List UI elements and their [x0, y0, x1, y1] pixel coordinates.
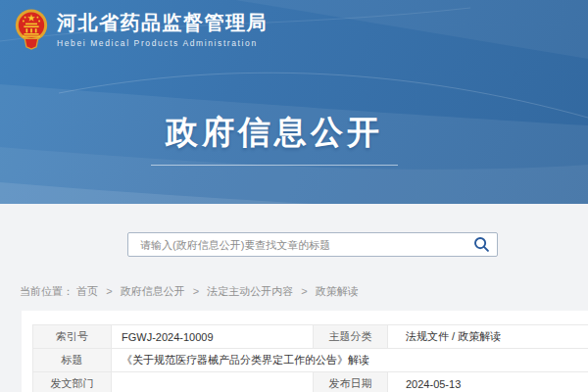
- breadcrumb-item-gov-info[interactable]: 政府信息公开: [121, 285, 185, 297]
- breadcrumb-separator: >: [193, 285, 199, 297]
- subject-category-value: 法规文件 / 政策解读: [388, 325, 588, 349]
- agency-name-en: Hebei Medical Products Administration: [57, 38, 268, 48]
- agency-name: 河北省药品监督管理局: [57, 11, 268, 34]
- breadcrumb: 当前位置： 首页 > 政府信息公开 > 法定主动公开内容 > 政策解读: [20, 284, 359, 299]
- breadcrumb-separator: >: [106, 285, 112, 297]
- breadcrumb-item-statutory-disclosure[interactable]: 法定主动公开内容: [207, 285, 293, 297]
- page: 河北省药品监督管理局 Hebei Medical Products Admini…: [0, 0, 588, 392]
- search-button[interactable]: [466, 233, 496, 256]
- breadcrumb-item-policy-interpretation[interactable]: 政策解读: [316, 285, 359, 297]
- issuing-department-label: 发文部门: [33, 372, 112, 392]
- breadcrumb-label: 当前位置：: [20, 285, 74, 297]
- document-card: 索引号 FGWJ-2024-10009 主题分类 法规文件 / 政策解读 标题 …: [22, 311, 588, 392]
- issuing-department-value: [112, 372, 314, 392]
- agency-name-block: 河北省药品监督管理局 Hebei Medical Products Admini…: [57, 11, 268, 48]
- search-icon: [473, 236, 490, 253]
- document-title-link[interactable]: 《关于规范医疗器械产品分类界定工作的公告》解读: [112, 349, 588, 372]
- publish-date-value: 2024-05-13: [388, 372, 588, 392]
- hero-banner: 河北省药品监督管理局 Hebei Medical Products Admini…: [0, 0, 588, 204]
- search-bar: [127, 232, 498, 257]
- table-row: 索引号 FGWJ-2024-10009 主题分类 法规文件 / 政策解读: [33, 325, 588, 349]
- search-input[interactable]: [127, 232, 498, 257]
- breadcrumb-item-home[interactable]: 首页: [76, 285, 98, 297]
- table-row: 标题 《关于规范医疗器械产品分类界定工作的公告》解读: [33, 349, 588, 372]
- site-logo[interactable]: 河北省药品监督管理局 Hebei Medical Products Admini…: [15, 8, 268, 51]
- content-area: 当前位置： 首页 > 政府信息公开 > 法定主动公开内容 > 政策解读 索引号 …: [0, 204, 588, 392]
- subject-category-label: 主题分类: [314, 325, 388, 349]
- breadcrumb-separator: >: [301, 285, 307, 297]
- index-number-label: 索引号: [33, 325, 112, 349]
- document-info-table: 索引号 FGWJ-2024-10009 主题分类 法规文件 / 政策解读 标题 …: [32, 324, 588, 392]
- table-row: 发文部门 发布日期 2024-05-13: [33, 372, 588, 392]
- page-title: 政府信息公开: [0, 111, 549, 155]
- index-number-value: FGWJ-2024-10009: [112, 325, 314, 349]
- national-emblem-icon: [15, 8, 48, 51]
- title-underline: [151, 165, 398, 166]
- title-label: 标题: [33, 349, 112, 372]
- publish-date-label: 发布日期: [314, 372, 388, 392]
